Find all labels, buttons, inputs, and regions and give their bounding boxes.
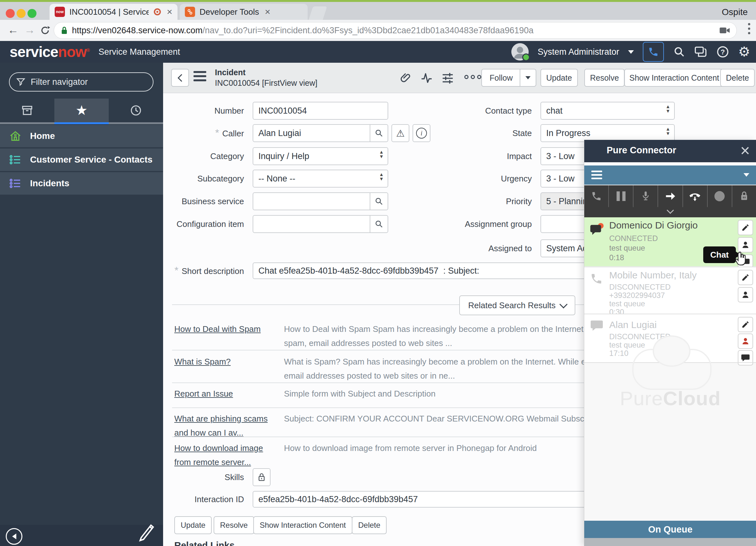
filter-navigator-box[interactable] — [9, 72, 154, 91]
purecloud-watermark: PureCloud — [584, 387, 756, 410]
subcategory-select[interactable]: -- None --▲▼ — [253, 170, 388, 187]
new-tab-button[interactable] — [309, 6, 327, 20]
kb-article-link[interactable]: What is Spam? — [174, 355, 280, 369]
caller-info-button[interactable]: i — [413, 124, 430, 142]
browser-tab-active[interactable]: now INC0010054 | ServiceNow × — [50, 4, 177, 20]
filter-navigator-input[interactable] — [30, 77, 137, 87]
caller-lookup-icon[interactable] — [370, 125, 388, 141]
chevron-down-icon[interactable] — [744, 173, 749, 177]
transfer-button[interactable] — [658, 185, 683, 207]
contact-details-alert-button[interactable] — [738, 334, 753, 349]
collapse-controls-strip[interactable] — [584, 207, 756, 217]
collapse-sidebar-icon[interactable] — [6, 528, 22, 545]
chevron-down-icon[interactable] — [628, 50, 634, 54]
contact-type-select[interactable]: chat▲▼ — [540, 102, 675, 120]
tab-history[interactable] — [109, 99, 163, 122]
mac-close-button[interactable] — [6, 9, 15, 18]
skills-lock-button[interactable] — [253, 468, 271, 486]
gear-icon[interactable]: ⚙ — [738, 45, 750, 59]
connect-chat-icon[interactable] — [695, 45, 707, 58]
record-button[interactable] — [708, 185, 732, 207]
kb-article-summary: Subject: CONFIRM YOUR ACCOUNT Dear SERVI… — [284, 412, 601, 426]
kb-article-link[interactable]: Report an Issue — [174, 387, 280, 401]
info-icon: i — [416, 128, 427, 138]
configuration-item-lookup-icon[interactable] — [370, 216, 388, 232]
phone-toggle-button[interactable] — [643, 42, 664, 62]
tab-all-applications[interactable] — [0, 99, 54, 122]
related-search-results-button[interactable]: Related Search Results — [459, 296, 575, 315]
contact-details-button[interactable] — [738, 237, 753, 252]
show-interaction-content-button-bottom[interactable]: Show Interaction Content — [253, 516, 352, 534]
kb-article-link[interactable]: How to download image from remote server… — [174, 441, 280, 469]
more-options-icon[interactable] — [464, 75, 481, 79]
category-select[interactable]: Inquiry / Help▲▼ — [253, 147, 388, 165]
hold-button[interactable] — [609, 185, 634, 207]
edit-button[interactable] — [738, 317, 753, 332]
sidebar-item-incidents[interactable]: Incidents — [0, 172, 163, 195]
follow-dropdown-icon[interactable] — [525, 76, 531, 79]
tab-favorites[interactable]: ★ — [54, 99, 109, 122]
call-button[interactable] — [584, 185, 609, 207]
kb-article-summary: email addresses posted to web sites or i… — [284, 369, 601, 383]
menu-hamburger-icon[interactable] — [591, 170, 602, 179]
interaction-card-call[interactable]: Mobile Number, Italy DISCONNECTED +39320… — [584, 267, 756, 314]
edit-pencil-icon[interactable] — [138, 520, 155, 543]
global-search-icon[interactable] — [673, 45, 686, 58]
kb-article-link[interactable]: What are phishing scams and how can I av… — [174, 412, 280, 440]
follow-button[interactable]: Follow — [481, 69, 536, 87]
mac-minimize-button[interactable] — [17, 9, 26, 18]
person-icon — [741, 241, 750, 249]
edit-button[interactable] — [738, 270, 753, 285]
update-button-bottom[interactable]: Update — [174, 516, 212, 534]
user-menu[interactable]: System Administrator — [538, 47, 619, 57]
funnel-icon — [16, 77, 26, 87]
mac-zoom-button[interactable] — [28, 9, 36, 18]
avatar[interactable] — [511, 43, 529, 60]
attachment-paperclip-icon[interactable] — [398, 71, 413, 84]
business-service-input[interactable] — [253, 196, 372, 206]
presence-dot — [522, 53, 530, 61]
delete-button-bottom[interactable]: Delete — [352, 516, 387, 534]
forward-arrow-icon[interactable]: → — [24, 24, 35, 36]
secure-pause-button[interactable] — [732, 185, 756, 207]
sidebar: ★ Home Customer Service - Contacts Incid… — [0, 63, 163, 546]
select-stepper-icon: ▲▼ — [665, 104, 670, 113]
sidebar-item-home[interactable]: Home — [0, 125, 163, 148]
tab-close-icon[interactable]: × — [265, 7, 271, 17]
close-icon[interactable]: × — [740, 140, 750, 160]
tab-close-icon[interactable]: × — [167, 7, 172, 17]
form-context-menu-icon[interactable] — [193, 71, 206, 81]
hang-up-button[interactable] — [683, 185, 708, 207]
resolve-button-bottom[interactable]: Resolve — [214, 516, 254, 534]
mouse-cursor-hand — [734, 251, 747, 268]
camera-icon[interactable] — [719, 26, 730, 35]
browser-menu-icon[interactable] — [748, 23, 750, 34]
kb-article-link[interactable]: How to Deal with Spam — [174, 322, 280, 336]
mute-button[interactable] — [634, 185, 658, 207]
delete-button[interactable]: Delete — [720, 69, 755, 87]
business-service-lookup-icon[interactable] — [370, 193, 388, 210]
edit-button[interactable] — [738, 220, 753, 235]
sidebar-item-customer-service-contacts[interactable]: Customer Service - Contacts — [0, 148, 163, 171]
help-icon[interactable]: ? — [716, 45, 729, 58]
number-input[interactable] — [253, 106, 388, 116]
caller-warning-button[interactable]: ⚠ — [391, 124, 409, 142]
open-chat-button[interactable] — [738, 350, 753, 366]
update-button[interactable]: Update — [540, 69, 578, 87]
state-select[interactable]: In Progress▲▼ — [540, 124, 675, 142]
back-button[interactable] — [171, 69, 189, 87]
browser-tab-devtools[interactable]: Developer Tools × — [180, 4, 308, 20]
activity-stream-icon[interactable] — [420, 71, 434, 84]
screen: now INC0010054 | ServiceNow × Developer … — [0, 0, 756, 546]
caller-input[interactable] — [253, 128, 372, 138]
resolve-button[interactable]: Resolve — [584, 69, 625, 87]
contact-details-button[interactable] — [738, 287, 753, 303]
show-interaction-content-button[interactable]: Show Interaction Content — [624, 69, 724, 87]
browser-profile-name[interactable]: Ospite — [722, 7, 748, 17]
personalize-form-sliders-icon[interactable] — [441, 71, 455, 84]
on-queue-button[interactable]: On Queue — [584, 521, 756, 538]
configuration-item-input[interactable] — [253, 219, 372, 229]
refresh-icon[interactable] — [40, 25, 51, 37]
url-field[interactable]: https://ven02648.service-now.com /nav_to… — [54, 22, 737, 39]
back-arrow-icon[interactable]: ← — [8, 24, 19, 36]
